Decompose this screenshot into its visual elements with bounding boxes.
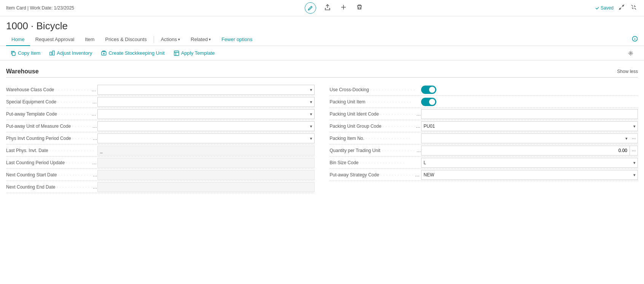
svg-point-6 (630, 52, 631, 54)
select-putaway-uom-code[interactable] (97, 121, 315, 131)
field-packing-unit-ident-code: Packing Unit Ident Code (330, 108, 638, 120)
apply-template-button[interactable]: Apply Template (169, 48, 219, 58)
section-header: Warehouse Show less (6, 68, 638, 78)
saved-indicator: Saved (595, 5, 614, 11)
select-putaway-strategy-code[interactable]: NEW (421, 170, 638, 180)
edit-button[interactable] (305, 2, 316, 14)
select-special-equipment-code[interactable] (97, 97, 315, 107)
related-arrow: ▾ (209, 37, 211, 41)
top-bar: Item Card | Work Date: 1/23/2025 Saved (0, 0, 644, 16)
select-putaway-template-code[interactable] (97, 109, 315, 119)
label-warehouse-class-code: Warehouse Class Code (6, 86, 97, 94)
value-special-equipment-code[interactable]: ▾ (97, 97, 315, 107)
left-column: Warehouse Class Code ▾ Special Equipment… (6, 84, 315, 193)
value-next-counting-end-date[interactable] (97, 182, 315, 192)
add-button[interactable] (339, 3, 348, 13)
field-last-phys-invt-date: Last Phys. Invt. Date (6, 144, 315, 157)
tab-fewer-options[interactable]: Fewer options (216, 33, 258, 46)
value-use-cross-docking[interactable] (421, 86, 638, 94)
collapse-button[interactable] (630, 3, 638, 13)
input-last-counting-period-update[interactable] (97, 158, 315, 168)
field-putaway-strategy-code: Put-away Strategy Code NEW ▾ (330, 169, 638, 181)
share-button[interactable] (323, 3, 332, 13)
toggle-knob (429, 99, 435, 105)
label-next-counting-start-date: Next Counting Start Date (6, 171, 97, 179)
value-putaway-template-code[interactable]: ▾ (97, 109, 315, 119)
nav-tabs: Home Request Approval Item Prices & Disc… (0, 33, 644, 46)
tab-actions[interactable]: Actions ▾ (156, 33, 186, 46)
field-use-cross-docking: Use Cross-Docking (330, 84, 638, 96)
tab-item[interactable]: Item (80, 33, 100, 46)
work-date-label: Item Card | Work Date: 1/23/2025 (6, 5, 74, 11)
value-packing-unit-item[interactable] (421, 98, 638, 106)
quantity-per-trading-unit-ellipsis-button[interactable]: ··· (630, 146, 638, 155)
label-last-phys-invt-date: Last Phys. Invt. Date (6, 146, 97, 155)
field-packing-item-no: Packing Item No. ▾ ··· (330, 132, 638, 144)
input-last-phys-invt-date[interactable] (97, 146, 315, 155)
input-quantity-per-trading-unit[interactable] (421, 146, 630, 155)
input-next-counting-end-date[interactable] (97, 182, 315, 192)
section-title: Warehouse (6, 68, 39, 75)
field-packing-unit-item: Packing Unit Item (330, 96, 638, 108)
label-putaway-template-code: Put-away Template Code (6, 110, 97, 118)
page-title-bar: 1000 · Bicycle (0, 16, 644, 33)
select-phys-invt-counting-period-code[interactable] (97, 133, 315, 143)
top-bar-actions (305, 2, 364, 14)
field-phys-invt-counting-period-code: Phys Invt Counting Period Code ▾ (6, 132, 315, 144)
label-use-cross-docking: Use Cross-Docking (330, 86, 421, 94)
toggle-on-use-cross-docking[interactable] (421, 86, 436, 94)
value-bin-size-code[interactable]: L ▾ (421, 158, 638, 168)
tab-prices-discounts[interactable]: Prices & Discounts (100, 33, 152, 46)
field-next-counting-start-date: Next Counting Start Date (6, 169, 315, 181)
input-next-counting-start-date[interactable] (97, 170, 315, 180)
value-warehouse-class-code[interactable]: ▾ (97, 85, 315, 95)
copy-item-button[interactable]: Copy Item (6, 48, 45, 58)
tab-home[interactable]: Home (6, 33, 30, 46)
expand-button[interactable] (617, 3, 626, 13)
toggle-packing-unit-item[interactable] (421, 98, 436, 106)
show-less-button[interactable]: Show less (617, 69, 638, 74)
value-putaway-uom-code[interactable]: ▾ (97, 121, 315, 131)
label-special-equipment-code: Special Equipment Code (6, 98, 97, 106)
value-packing-item-no[interactable]: ▾ ··· (421, 133, 638, 143)
value-phys-invt-counting-period-code[interactable]: ▾ (97, 133, 315, 143)
value-packing-unit-group-code[interactable]: PU01 ▾ (421, 121, 638, 131)
field-bin-size-code: Bin Size Code L ▾ (330, 157, 638, 169)
label-last-counting-period-update: Last Counting Period Update (6, 159, 97, 167)
value-next-counting-start-date[interactable] (97, 170, 315, 180)
tab-related[interactable]: Related ▾ (185, 33, 216, 46)
personalize-button[interactable] (623, 49, 638, 58)
toggle-on-packing-unit-item[interactable] (421, 98, 436, 106)
input-packing-unit-ident-code[interactable] (421, 109, 638, 119)
label-bin-size-code: Bin Size Code (330, 159, 421, 167)
top-bar-right: Saved (595, 3, 638, 13)
actions-arrow: ▾ (178, 37, 180, 41)
info-icon[interactable] (632, 36, 638, 43)
svg-rect-3 (52, 51, 54, 55)
label-packing-unit-ident-code: Packing Unit Ident Code (330, 110, 421, 118)
toggle-knob (429, 87, 435, 93)
label-phys-invt-counting-period-code: Phys Invt Counting Period Code (6, 134, 97, 143)
tab-request-approval[interactable]: Request Approval (30, 33, 80, 46)
delete-button[interactable] (355, 3, 364, 13)
packing-item-no-ellipsis-button[interactable]: ··· (630, 133, 638, 143)
field-last-counting-period-update: Last Counting Period Update (6, 157, 315, 169)
toggle-use-cross-docking[interactable] (421, 86, 436, 94)
select-packing-item-no[interactable] (421, 133, 630, 143)
value-last-phys-invt-date[interactable] (97, 146, 315, 155)
select-warehouse-class-code[interactable] (97, 85, 315, 95)
value-last-counting-period-update[interactable] (97, 158, 315, 168)
create-stockkeeping-unit-button[interactable]: Create Stockkeeping Unit (97, 48, 169, 58)
label-packing-unit-group-code: Packing Unit Group Code (330, 122, 421, 130)
value-packing-unit-ident-code[interactable] (421, 109, 638, 119)
form-grid: Warehouse Class Code ▾ Special Equipment… (6, 84, 638, 193)
field-putaway-uom-code: Put-away Unit of Measure Code ▾ (6, 120, 315, 132)
select-bin-size-code[interactable]: L (421, 158, 638, 168)
tab-separator (154, 36, 154, 43)
select-packing-unit-group-code[interactable]: PU01 (421, 121, 638, 131)
right-column: Use Cross-Docking Packing Unit Item (330, 84, 638, 193)
adjust-inventory-button[interactable]: Adjust Inventory (45, 48, 97, 58)
value-quantity-per-trading-unit[interactable]: ··· (421, 146, 638, 155)
label-next-counting-end-date: Next Counting End Date (6, 183, 97, 191)
value-putaway-strategy-code[interactable]: NEW ▾ (421, 170, 638, 180)
